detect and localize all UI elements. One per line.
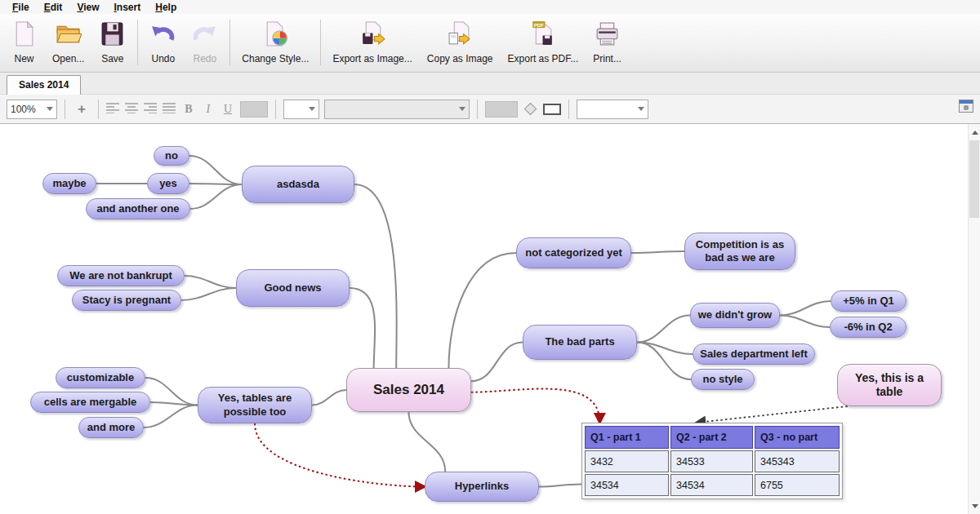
print-button[interactable]: Print... <box>586 18 629 67</box>
node-plus-5-q1[interactable]: +5% in Q1 <box>831 290 906 312</box>
shape-fill-icon[interactable] <box>524 103 537 116</box>
export-as-pdf-button[interactable]: PDFExport as PDF... <box>501 18 586 67</box>
node-sales-department-left[interactable]: Sales department left <box>693 343 815 365</box>
chevron-down-icon <box>47 107 53 111</box>
edge-yes-this-is-a-table-to-table <box>697 406 848 423</box>
node-and-another-one[interactable]: and another one <box>86 198 190 219</box>
edge-sales-2014-to-hyperlinks <box>409 412 446 472</box>
edge-yes-tables-possible-to-sales-2014 <box>312 390 346 405</box>
edge-no-to-asdasda <box>189 156 242 184</box>
export-image-icon <box>359 20 386 51</box>
menu-item-edit[interactable]: Edit <box>37 1 70 14</box>
node-maybe[interactable]: maybe <box>42 173 96 194</box>
align-center-icon[interactable] <box>125 102 139 117</box>
table-cell[interactable]: 34534 <box>670 474 753 496</box>
node-hyperlinks[interactable]: Hyperlinks <box>425 472 539 502</box>
menu-item-view[interactable]: View <box>69 1 106 14</box>
node-the-bad-parts[interactable]: The bad parts <box>523 325 637 360</box>
node-no-style[interactable]: no style <box>691 369 755 390</box>
open-button[interactable]: Open... <box>45 18 91 67</box>
export-as-image-button[interactable]: Export as Image... <box>325 18 419 67</box>
new-button[interactable]: New <box>3 18 45 67</box>
menu-item-file[interactable]: File <box>5 1 37 14</box>
toolbar-button-label: Open... <box>52 53 84 64</box>
node-good-news[interactable]: Good news <box>236 269 350 307</box>
vertical-scrollbar[interactable] <box>968 124 980 514</box>
panel-toggle-icon[interactable] <box>959 100 973 113</box>
table-cell[interactable]: 3432 <box>585 450 669 472</box>
node-not-categorized-yet[interactable]: not categorized yet <box>516 237 631 268</box>
edge-yes-tables-possible-to-hyperlinks <box>255 423 425 487</box>
change-style-icon <box>262 20 289 51</box>
redo-button: Redo <box>184 18 225 67</box>
table-cell[interactable]: 34534 <box>585 474 669 496</box>
print-icon <box>594 20 621 51</box>
change-style-button[interactable]: Change Style... <box>234 18 316 67</box>
font-color-swatch[interactable] <box>240 101 268 117</box>
line-style-select[interactable] <box>577 100 648 119</box>
separator <box>65 100 65 119</box>
table-header-cell[interactable]: Q3 - no part <box>755 426 840 449</box>
node-yes[interactable]: yes <box>147 173 189 194</box>
node-sales-2014[interactable]: Sales 2014 <box>346 368 471 412</box>
menu-item-help[interactable]: Help <box>148 1 184 14</box>
bold-button[interactable]: B <box>181 103 196 116</box>
fill-color-swatch[interactable] <box>485 101 518 117</box>
mindmap-canvas[interactable]: nomaybeyesand another oneasdasdaWe are n… <box>0 124 968 514</box>
main-toolbar: NewOpen...SaveUndoRedoChange Style...Exp… <box>0 14 980 73</box>
italic-button[interactable]: I <box>201 103 216 116</box>
mindmap-table[interactable]: Q1 - part 1Q2 - part 2Q3 - no part343234… <box>581 423 843 499</box>
new-document-icon <box>11 20 38 51</box>
separator <box>275 100 276 119</box>
node-no[interactable]: no <box>154 146 189 166</box>
font-family-select[interactable] <box>324 100 470 119</box>
align-left-icon[interactable] <box>106 102 120 117</box>
undo-button[interactable]: Undo <box>142 18 184 67</box>
undo-icon <box>149 20 176 51</box>
save-button[interactable]: Save <box>91 18 133 67</box>
zoom-level-value: 100% <box>11 104 36 115</box>
toolbar-button-label: Copy as Image <box>427 53 493 64</box>
table-header-cell[interactable]: Q1 - part 1 <box>585 426 669 449</box>
node-minus-6-q2[interactable]: -6% in Q2 <box>830 317 906 338</box>
data-table: Q1 - part 1Q2 - part 2Q3 - no part343234… <box>583 424 841 498</box>
underline-button[interactable]: U <box>220 103 235 116</box>
node-stacy-is-pregnant[interactable]: Stacy is pregnant <box>72 290 181 311</box>
menu-item-insert[interactable]: Insert <box>107 1 149 14</box>
scrollbar-thumb[interactable] <box>969 140 979 218</box>
scroll-up-button[interactable] <box>969 126 980 139</box>
node-asdasda[interactable]: asdasda <box>242 166 354 203</box>
node-cells-are-mergable[interactable]: cells are mergable <box>30 392 150 413</box>
font-size-select[interactable] <box>283 100 319 119</box>
zoom-level-select[interactable]: 100% <box>7 100 57 119</box>
table-cell[interactable]: 6755 <box>755 474 840 496</box>
export-pdf-icon: PDF <box>529 20 556 51</box>
edge-asdasda-to-sales-2014 <box>354 184 397 368</box>
table-header-cell[interactable]: Q2 - part 2 <box>670 426 753 449</box>
toolbar-separator <box>137 20 138 65</box>
align-right-icon[interactable] <box>144 102 158 117</box>
edge-customizable-to-yes-tables-possible <box>145 378 198 405</box>
scroll-down-button[interactable] <box>969 499 980 512</box>
svg-text:PDF: PDF <box>534 21 545 27</box>
toolbar-button-label: Change Style... <box>242 53 309 64</box>
node-we-are-not-bankrupt[interactable]: We are not bankrupt <box>57 265 185 286</box>
node-and-more[interactable]: and more <box>78 417 144 438</box>
node-competition-bad[interactable]: Competition is as bad as we are <box>684 233 795 270</box>
shape-border-icon[interactable] <box>543 104 561 115</box>
table-cell[interactable]: 34533 <box>670 450 753 472</box>
node-yes-this-is-a-table[interactable]: Yes, this is a table <box>837 364 942 406</box>
chevron-down-icon <box>638 107 644 111</box>
table-cell[interactable]: 345343 <box>755 450 840 472</box>
separator <box>477 100 478 119</box>
align-justify-icon[interactable] <box>163 102 176 117</box>
node-yes-tables-possible[interactable]: Yes, tables are possible too <box>198 387 312 423</box>
zoom-in-button[interactable]: + <box>73 101 91 117</box>
node-customizable[interactable]: customizable <box>56 367 145 388</box>
toolbar-button-label: Print... <box>593 53 621 64</box>
toolbar-button-label: New <box>14 53 33 64</box>
tab-sales-2014[interactable]: Sales 2014 <box>7 75 81 95</box>
node-we-didnt-grow[interactable]: we didn't grow <box>690 303 780 328</box>
copy-as-image-button[interactable]: Copy as Image <box>420 18 501 67</box>
toolbar-separator <box>320 20 321 65</box>
